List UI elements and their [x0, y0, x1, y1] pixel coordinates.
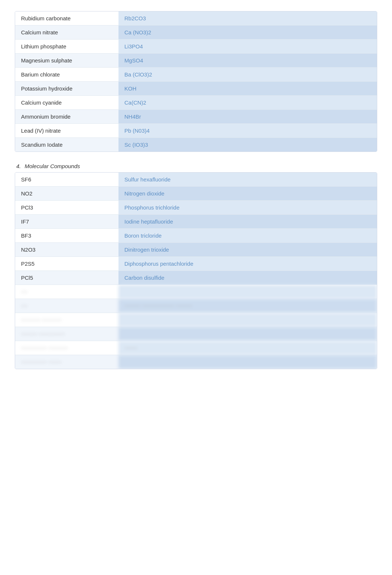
blurred-formula [118, 327, 377, 341]
compound-name: Calcium nitrate [15, 25, 118, 39]
compound-full-name: Nitrogen dioxide [118, 187, 377, 200]
blurred-name: ~~ [15, 299, 118, 313]
compound-full-name: Dinitrogen trioxide [118, 243, 377, 256]
table-row: Calcium cyanide Ca(CN)2 [15, 96, 377, 110]
compound-name: Lithium phosphate [15, 40, 118, 53]
compound-formula: Ba (ClO3)2 [118, 68, 377, 81]
formula-abbrev: BF3 [15, 229, 118, 242]
formula-abbrev: NO2 [15, 187, 118, 200]
table-row: IF7 Iodine heptafluoride [15, 215, 377, 229]
formula-abbrev: P2S5 [15, 257, 118, 271]
compound-name: Potassium hydroxide [15, 82, 118, 95]
blurred-formula [118, 355, 377, 369]
table-row: P2S5 Diphosphorus pentachloride [15, 257, 377, 271]
compound-name: Lead (IV) nitrate [15, 124, 118, 137]
blurred-name: ~~~~~ ~~~~~~~~ [15, 327, 118, 341]
blurred-formula [118, 285, 377, 299]
compound-full-name: Carbon disulfide [118, 271, 377, 285]
compound-name: Rubidium carbonate [15, 11, 118, 25]
compound-formula: Sc (IO3)3 [118, 138, 377, 152]
compound-full-name: Phosphorus trichloride [118, 201, 377, 214]
compound-formula: Li3PO4 [118, 40, 377, 53]
table-row-blurred: ~~~~~~ ~~~~~~ [15, 313, 377, 327]
table-row: Magnesium sulphate MgSO4 [15, 54, 377, 68]
ionic-compounds-table: Rubidium carbonate Rb2CO3 Calcium nitrat… [15, 11, 377, 152]
molecular-heading: 4. Molecular Compounds [15, 163, 377, 169]
compound-formula: MgSO4 [118, 54, 377, 67]
compound-formula: Ca(CN)2 [118, 96, 377, 109]
compound-formula: Pb (N03)4 [118, 124, 377, 137]
table-row: BF3 Boron tricloride [15, 229, 377, 243]
table-row: Scandium Iodate Sc (IO3)3 [15, 138, 377, 152]
blurred-formula: ~~~~ [118, 341, 377, 355]
table-row: Barium chlorate Ba (ClO3)2 [15, 68, 377, 82]
formula-abbrev: N2O3 [15, 243, 118, 256]
table-row: Calcium nitrate Ca (NO3)2 [15, 25, 377, 40]
compound-full-name: Diphosphorus pentachloride [118, 257, 377, 271]
table-row-blurred: ~~ ~~~~~ ~~~~~~~~~~ ~~~~~ [15, 299, 377, 313]
blurred-formula: ~~~~~ ~~~~~~~~~~ ~~~~~ [118, 299, 377, 313]
table-row-blurred: ~~~~~ ~~~~~~~~ [15, 327, 377, 341]
table-row: Lead (IV) nitrate Pb (N03)4 [15, 124, 377, 138]
table-row: Potassium hydroxide KOH [15, 82, 377, 96]
blurred-formula [118, 313, 377, 327]
compound-formula: NH4Br [118, 110, 377, 123]
table-row: NO2 Nitrogen dioxide [15, 187, 377, 201]
table-row-blurred: ~~ [15, 285, 377, 299]
formula-abbrev: PCl5 [15, 271, 118, 285]
compound-formula: Ca (NO3)2 [118, 25, 377, 39]
compound-name: Calcium cyanide [15, 96, 118, 109]
table-row-blurred: ~~~~~~~~ ~~~~ [15, 355, 377, 369]
compound-full-name: Iodine heptafluoride [118, 215, 377, 228]
formula-abbrev: IF7 [15, 215, 118, 228]
compound-name: Barium chlorate [15, 68, 118, 81]
blurred-name: ~~~~~~~~ ~~~~ [15, 355, 118, 369]
compound-formula: KOH [118, 82, 377, 95]
table-row: Ammonium bromide NH4Br [15, 110, 377, 124]
table-row: PCl3 Phosphorus trichloride [15, 201, 377, 215]
molecular-compounds-table: SF6 Sulfur hexafluoride NO2 Nitrogen dio… [15, 172, 377, 369]
compound-full-name: Boron tricloride [118, 229, 377, 242]
compound-name: Magnesium sulphate [15, 54, 118, 67]
compound-full-name: Sulfur hexafluoride [118, 173, 377, 186]
table-row: Lithium phosphate Li3PO4 [15, 40, 377, 54]
table-row: SF6 Sulfur hexafluoride [15, 173, 377, 187]
blurred-name: ~~~~~~~~ ~~~~~~ [15, 341, 118, 355]
compound-formula: Rb2CO3 [118, 11, 377, 25]
blurred-name: ~~ [15, 285, 118, 299]
table-row-blurred: ~~~~~~~~ ~~~~~~ ~~~~ [15, 341, 377, 355]
formula-abbrev: SF6 [15, 173, 118, 186]
compound-name: Scandium Iodate [15, 138, 118, 152]
formula-abbrev: PCl3 [15, 201, 118, 214]
blurred-name: ~~~~~~ ~~~~~~ [15, 313, 118, 327]
compound-name: Ammonium bromide [15, 110, 118, 123]
table-row: PCl5 Carbon disulfide [15, 271, 377, 285]
table-row: Rubidium carbonate Rb2CO3 [15, 11, 377, 25]
table-row: N2O3 Dinitrogen trioxide [15, 243, 377, 257]
